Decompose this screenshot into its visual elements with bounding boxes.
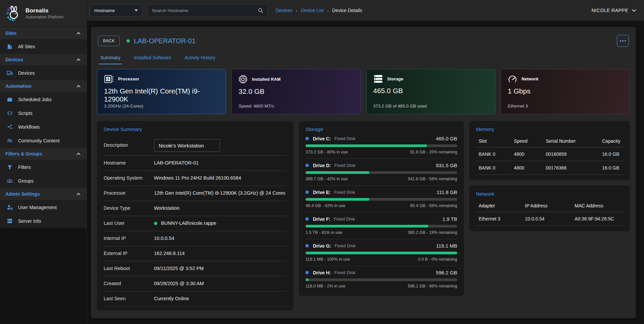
- summary-row-os: Operating System Windows 11 Pro 24H2 Bui…: [104, 171, 287, 186]
- stat-card-title: Installed RAM: [252, 77, 280, 82]
- tab-installed-software[interactable]: Installed Software: [132, 55, 172, 64]
- summary-row-description: Description: [104, 135, 287, 156]
- sidebar-section-sites[interactable]: Sites: [0, 27, 87, 40]
- description-input[interactable]: [154, 139, 220, 152]
- network-panel: Network Adapter IP Address MAC Address E…: [469, 186, 630, 231]
- detail-panels: Device Summary Description Hostname LAB-…: [97, 121, 630, 311]
- tab-activity-history[interactable]: Activity History: [183, 55, 217, 64]
- sidebar-item-community-content[interactable]: Community Content: [0, 134, 87, 147]
- drive-free-text: 596.1 GB - 98% remaining: [408, 284, 457, 288]
- storage-panel: Storage Drive C: Fixed Disk 465.0 GB 373…: [299, 121, 464, 296]
- drive-usage-bar: [306, 252, 457, 254]
- search-filter-dropdown[interactable]: Hostname: [90, 4, 142, 16]
- stat-card-title: Network: [522, 77, 539, 81]
- sidebar-section-devices[interactable]: Devices: [0, 53, 87, 66]
- drive-free-text: 0.0 B - 0% remaining: [418, 257, 457, 262]
- search-input[interactable]: [152, 8, 258, 13]
- network-value: 1 Gbps: [508, 87, 623, 95]
- back-button[interactable]: BACK: [98, 36, 120, 46]
- drive-used-text: 1.5 TB - 81% in use: [306, 230, 342, 235]
- table-row: Ethernet 3 10.0.0.54 A0:36:9F:94:26:5C: [476, 212, 623, 226]
- drive-usage-bar: [306, 225, 457, 228]
- users-icon: [6, 138, 13, 143]
- breadcrumb-device-list[interactable]: Device List: [301, 8, 324, 13]
- processor-stat-card: Processor 12th Gen Intel(R) Core(TM) i9-…: [97, 69, 226, 114]
- sidebar-section-filters-groups[interactable]: Filters & Groups: [0, 147, 87, 160]
- summary-row-internal-ip: Internal IP 10.0.0.54: [104, 231, 287, 246]
- search-box: [148, 4, 268, 16]
- network-detail: Ethernet 3: [508, 104, 623, 109]
- sidebar-item-scripts[interactable]: Scripts: [0, 106, 87, 120]
- processor-value: 12th Gen Intel(R) Core(TM) i9-12900K: [104, 87, 219, 103]
- sidebar-item-label: Filters: [18, 165, 31, 170]
- more-actions-button[interactable]: [617, 35, 629, 47]
- app-root: Borealis Automation Platform Sites All S…: [0, 0, 644, 324]
- panel-title: Device Summary: [104, 126, 287, 132]
- chevron-up-icon: [76, 193, 80, 195]
- ellipsis-icon: [620, 40, 621, 42]
- sidebar-item-devices[interactable]: Devices: [0, 66, 87, 80]
- section-label: Admin Settings: [5, 191, 40, 197]
- sidebar-item-all-sites[interactable]: All Sites: [0, 40, 87, 53]
- sidebar-nav: Sites All Sites Devices Devices Au: [0, 27, 87, 228]
- filter-icon: [6, 165, 13, 170]
- drive-bullet-icon: [306, 191, 309, 194]
- sidebar-item-groups[interactable]: Groups: [0, 174, 87, 188]
- search-icon[interactable]: [258, 8, 263, 13]
- stat-card-title: Processor: [118, 77, 139, 81]
- drive-used-text: 119.1 MB - 100% in use: [306, 257, 350, 262]
- chevron-up-icon: [76, 58, 80, 61]
- drive-usage-bar: [306, 144, 457, 147]
- sidebar-item-label: Scripts: [18, 111, 33, 116]
- page-title: LAB-OPERATOR-01: [134, 37, 196, 45]
- ram-value: 32.0 GB: [238, 87, 354, 95]
- drive-row-h: Drive H: Fixed Disk 596.2 GB 116.0 MB - …: [306, 266, 457, 290]
- table-row: BANK 0 4800 00180859 16.0 GB: [476, 147, 623, 161]
- memory-panel: Memory Slot Speed Serial Number Capacity…: [469, 121, 630, 180]
- stat-card-title: Storage: [387, 77, 404, 81]
- chevron-up-icon: [76, 32, 80, 35]
- drive-free-text: 91.8 GB - 20% remaining: [410, 150, 457, 154]
- sidebar-item-workflows[interactable]: Workflows: [0, 120, 87, 134]
- building-icon: [6, 44, 13, 49]
- device-details-card: BACK LAB-OPERATOR-01 Summary Installed S…: [91, 27, 636, 318]
- drive-usage-bar: [306, 198, 457, 201]
- breadcrumb: Devices › Device List › Device Details: [276, 8, 362, 13]
- drive-bullet-icon: [306, 137, 309, 140]
- tab-summary[interactable]: Summary: [99, 55, 122, 64]
- storage-stat-card: Storage 465.0 GB 373.2 GB of 465.0 GB us…: [366, 69, 495, 114]
- groups-icon: [6, 179, 13, 183]
- user-name: NICOLE RAPPE: [592, 8, 628, 13]
- sidebar-item-label: Server Info: [18, 218, 41, 224]
- table-row: BANK 0 4800 00176366 16.0 GB: [476, 161, 623, 175]
- panel-title: Network: [476, 191, 623, 197]
- breadcrumb-separator: ›: [296, 8, 298, 13]
- network-stat-card: Network 1 Gbps Ethernet 3: [501, 69, 630, 114]
- sidebar-item-user-management[interactable]: User Management: [0, 200, 87, 214]
- summary-row-hostname: Hostname LAB-OPERATOR-01: [104, 156, 287, 171]
- brand-subtitle: Automation Platform: [25, 15, 63, 19]
- sidebar-item-server-info[interactable]: Server Info: [0, 214, 87, 228]
- breadcrumb-devices[interactable]: Devices: [276, 8, 292, 13]
- drive-row-f: Drive F: Fixed Disk 1.9 TB 1.5 TB - 81% …: [306, 212, 457, 239]
- section-label: Automation: [5, 83, 32, 89]
- drive-bullet-icon: [306, 217, 309, 220]
- panel-title: Memory: [476, 126, 623, 132]
- breadcrumb-device-details: Device Details: [332, 8, 362, 13]
- memory-table: Slot Speed Serial Number Capacity BANK 0…: [476, 135, 623, 175]
- detail-tabs: Summary Installed Software Activity Hist…: [97, 55, 630, 64]
- sidebar-item-filters[interactable]: Filters: [0, 160, 87, 174]
- network-table: Adapter IP Address MAC Address Ethernet …: [476, 199, 623, 226]
- device-summary-table: Description Hostname LAB-OPERATOR-01 Ope…: [104, 135, 287, 307]
- summary-row-external-ip: External IP 162.248.8.114: [104, 246, 287, 261]
- sidebar-item-scheduled-jobs[interactable]: Scheduled Jobs: [0, 92, 87, 106]
- memory-chip-icon: [238, 75, 248, 84]
- user-gear-icon: [6, 205, 13, 210]
- user-menu[interactable]: NICOLE RAPPE: [592, 8, 636, 13]
- sidebar-section-admin-settings[interactable]: Admin Settings: [0, 188, 87, 200]
- stat-cards-row: Processor 12th Gen Intel(R) Core(TM) i9-…: [97, 69, 630, 114]
- summary-row-device-type: Device Type Workstation: [104, 201, 287, 216]
- sidebar-item-label: User Management: [18, 205, 57, 210]
- ram-stat-card: Installed RAM 32.0 GB Speed: 4800 MT/s: [231, 69, 361, 114]
- sidebar-section-automation[interactable]: Automation: [0, 80, 87, 92]
